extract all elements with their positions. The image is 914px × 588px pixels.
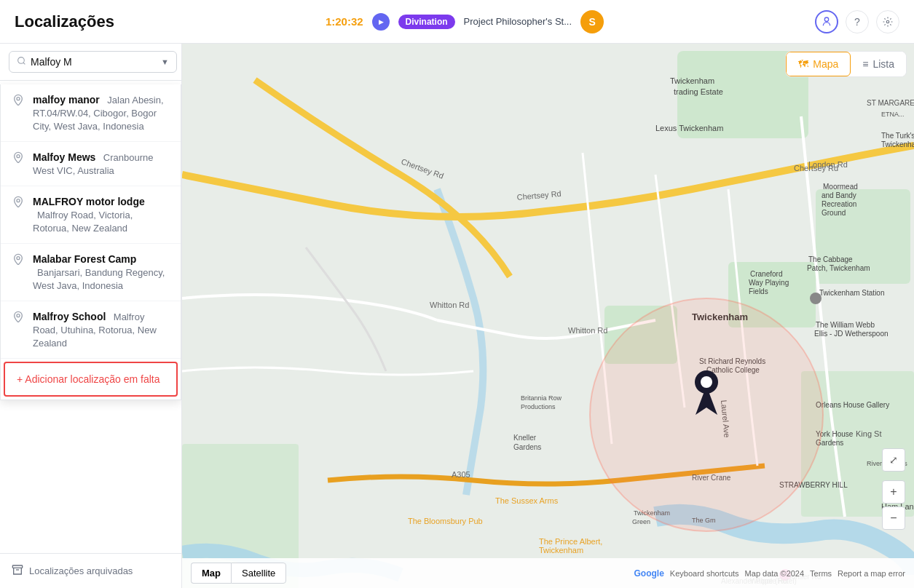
user-icon[interactable] <box>815 10 838 33</box>
location-pin-icon-4 <box>12 311 24 325</box>
main-layout: ▼ Raio ▼ malfoy manor Jalan Abesin, RT.0… <box>0 44 914 588</box>
dropdown-name-2: MALFROY motor lodge <box>33 196 145 207</box>
list-icon: ≡ <box>862 58 868 70</box>
dropdown-item-1[interactable]: Malfoy Mews Cranbourne West VIC, Austral… <box>1 142 181 186</box>
zoom-out-button[interactable]: − <box>882 506 905 530</box>
map-icon: 🗺 <box>798 58 808 70</box>
svg-text:Twickenham: Twickenham <box>670 76 714 85</box>
header: Localizações 1:20:32 Divination Project … <box>0 0 914 44</box>
keyboard-shortcuts-link[interactable]: Keyboard shortcuts <box>670 569 739 578</box>
dropdown-address-3: Banjarsari, Bandung Regency, West Java, … <box>33 267 165 291</box>
svg-text:The Sussex Arms: The Sussex Arms <box>495 496 559 505</box>
svg-point-77 <box>701 376 712 388</box>
search-row: ▼ Raio ▼ <box>0 44 181 80</box>
svg-text:Twickenham: Twickenham <box>881 140 914 148</box>
list-toggle-label: Lista <box>872 58 894 70</box>
svg-text:Green: Green <box>632 518 650 525</box>
svg-point-7 <box>17 257 20 260</box>
svg-text:Patch, Twickenham: Patch, Twickenham <box>807 264 870 272</box>
svg-text:Recreation: Recreation <box>822 200 856 208</box>
satellite-button[interactable]: Satellite <box>231 563 286 584</box>
svg-text:Orleans House Gallery: Orleans House Gallery <box>816 401 889 409</box>
svg-text:A305: A305 <box>452 470 470 479</box>
dropdown-item-0[interactable]: malfoy manor Jalan Abesin, RT.04/RW.04, … <box>1 84 181 142</box>
search-input-wrap[interactable]: ▼ <box>9 51 177 73</box>
svg-text:Twickenham Station: Twickenham Station <box>819 289 885 297</box>
terms-link[interactable]: Terms <box>810 569 832 578</box>
add-location-button[interactable]: + Adicionar localização em falta <box>4 362 178 397</box>
svg-point-8 <box>17 314 20 317</box>
archived-locations-link[interactable]: Localizações arquivadas <box>0 553 181 588</box>
svg-text:Lexus Twickenham: Lexus Twickenham <box>655 124 723 132</box>
dropdown-name-0: malfoy manor <box>33 94 100 106</box>
dropdown-item-4[interactable]: Malfroy School Malfroy Road, Utuhina, Ro… <box>1 301 181 359</box>
svg-text:Whitton Rd: Whitton Rd <box>430 301 469 309</box>
svg-text:The Turk's Head,: The Turk's Head, <box>881 132 914 140</box>
dropdown-name-1: Malfoy Mews <box>33 151 95 163</box>
report-error-link[interactable]: Report a map error <box>838 569 905 578</box>
project-label: Project Philosopher's St... <box>464 16 572 27</box>
dropdown-name-3: Malabar Forest Camp <box>33 253 136 265</box>
map-bottom-bar: Map Satellite Google Keyboard shortcuts … <box>182 558 914 588</box>
google-logo: Google <box>634 568 663 579</box>
svg-text:Britannia Row: Britannia Row <box>521 394 562 402</box>
fullscreen-button[interactable]: ⤢ <box>882 448 905 472</box>
map-toggle-button[interactable]: 🗺 Mapa <box>786 52 851 76</box>
svg-point-4 <box>17 98 20 100</box>
location-pin-icon-0 <box>12 94 24 108</box>
svg-text:King St: King St <box>856 429 881 438</box>
search-icon <box>17 56 26 68</box>
svg-text:Ground: Ground <box>822 209 846 217</box>
svg-text:Craneford: Craneford <box>750 270 782 278</box>
svg-text:Whitton Rd: Whitton Rd <box>568 326 607 335</box>
location-pin-icon-2 <box>12 196 24 210</box>
dropdown-name-4: Malfroy School <box>33 311 106 322</box>
svg-point-1 <box>886 20 889 23</box>
search-input[interactable] <box>31 56 158 68</box>
map-list-toggle: 🗺 Mapa ≡ Lista <box>785 51 907 77</box>
svg-text:Way Playing: Way Playing <box>749 279 789 287</box>
svg-text:Twickenham: Twickenham <box>539 546 583 555</box>
map-controls: ⤢ + − <box>882 448 905 530</box>
svg-text:The William Webb: The William Webb <box>816 321 875 329</box>
header-center: 1:20:32 Divination Project Philosopher's… <box>326 10 604 33</box>
map-button[interactable]: Map <box>191 563 231 584</box>
archive-icon <box>12 564 23 578</box>
zoom-in-button[interactable]: + <box>882 480 905 504</box>
svg-text:The Bloomsbury Pub: The Bloomsbury Pub <box>408 517 483 525</box>
svg-point-75 <box>590 298 823 531</box>
svg-text:Kneller: Kneller <box>513 434 537 442</box>
svg-text:The Cabbage: The Cabbage <box>808 255 853 263</box>
archived-label: Localizações arquivadas <box>29 565 133 576</box>
help-button[interactable]: ? <box>846 10 869 33</box>
map-container[interactable]: Chertsey Rd Chertsey Rd Chertsey Rd Whit… <box>182 44 914 588</box>
svg-point-0 <box>824 17 828 21</box>
svg-rect-9 <box>12 565 22 568</box>
svg-line-3 <box>23 63 25 64</box>
list-toggle-button[interactable]: ≡ Lista <box>851 52 906 76</box>
dropdown-item-3[interactable]: Malabar Forest Camp Banjarsari, Bandung … <box>1 244 181 301</box>
sidebar: ▼ Raio ▼ malfoy manor Jalan Abesin, RT.0… <box>0 44 182 588</box>
chevron-down-icon[interactable]: ▼ <box>161 57 169 66</box>
map-svg: Chertsey Rd Chertsey Rd Chertsey Rd Whit… <box>182 44 914 588</box>
location-pin-icon-1 <box>12 151 24 166</box>
svg-point-6 <box>17 199 20 202</box>
map-area: 🗺 Mapa ≡ Lista <box>182 44 914 588</box>
svg-text:trading Estate: trading Estate <box>674 87 723 96</box>
svg-text:Gardens: Gardens <box>513 443 541 451</box>
map-data-label: Map data ©2024 <box>745 569 805 578</box>
dropdown-item-2[interactable]: MALFROY motor lodge Malfroy Road, Victor… <box>1 186 181 244</box>
search-dropdown: malfoy manor Jalan Abesin, RT.04/RW.04, … <box>0 84 181 400</box>
divination-badge[interactable]: Divination <box>398 15 455 29</box>
svg-text:Productions: Productions <box>521 403 556 410</box>
svg-text:Ellis - JD Wetherspoon: Ellis - JD Wetherspoon <box>814 330 889 338</box>
add-location-label: + Adicionar localização em falta <box>17 373 160 385</box>
location-pin-icon-3 <box>12 253 24 268</box>
avatar[interactable]: S <box>580 10 604 33</box>
svg-text:The Prince Albert,: The Prince Albert, <box>539 537 602 546</box>
play-button[interactable] <box>372 13 390 31</box>
svg-text:Moormead: Moormead <box>823 183 858 191</box>
settings-button[interactable] <box>876 10 899 33</box>
svg-text:ST MARGARETS: ST MARGARETS <box>867 99 914 107</box>
page-title: Localizações <box>15 12 114 31</box>
